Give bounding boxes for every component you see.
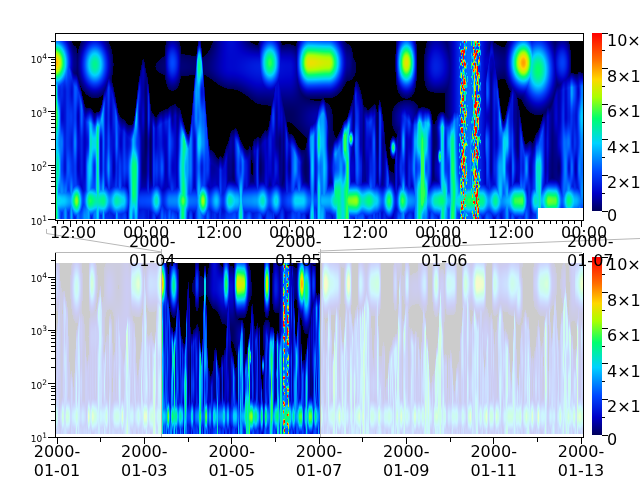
y-minor-tick xyxy=(51,139,55,140)
colorbar-minor-tick xyxy=(602,417,605,418)
y-major-tick xyxy=(48,277,55,278)
x-minor-tick xyxy=(136,221,137,224)
y-minor-tick xyxy=(51,395,55,396)
x-minor-tick xyxy=(94,221,95,224)
x-minor-tick xyxy=(562,221,563,224)
colorbar-minor-tick xyxy=(602,310,605,311)
y-minor-tick xyxy=(51,332,55,333)
x-minor-tick xyxy=(550,221,551,224)
x-minor-tick xyxy=(532,221,533,224)
y-minor-tick xyxy=(51,149,55,150)
x-minor-tick xyxy=(537,438,538,442)
x-minor-tick xyxy=(234,221,235,224)
x-minor-tick xyxy=(167,221,168,224)
y-tick-label: 102 xyxy=(20,160,47,173)
y-minor-tick xyxy=(51,116,55,117)
y-minor-tick xyxy=(51,342,55,343)
x-minor-tick xyxy=(325,221,326,224)
x-minor-tick xyxy=(106,221,107,224)
x-minor-tick xyxy=(57,221,58,224)
x-tick-label: 2000-01-07 xyxy=(289,442,349,480)
y-major-tick xyxy=(48,383,55,384)
x-minor-tick xyxy=(112,221,113,224)
x-tick-date-label: 2000-01-06 xyxy=(421,232,491,270)
top-spectrogram-plot[interactable] xyxy=(56,34,583,220)
y-minor-tick xyxy=(51,351,55,352)
x-minor-tick xyxy=(447,221,448,224)
zoom-region-highlight[interactable] xyxy=(161,253,320,437)
x-tick-label: 2000-01-05 xyxy=(202,442,262,480)
y-minor-tick xyxy=(51,193,55,194)
x-minor-tick xyxy=(331,221,332,224)
x-tick-label: 12:00 xyxy=(342,223,382,242)
y-major-tick xyxy=(48,57,55,58)
colorbar-tick-label: 6×107 xyxy=(607,323,640,345)
y-minor-tick xyxy=(51,285,55,286)
y-minor-tick xyxy=(51,173,55,174)
spectrogram-figure: 10410310210110410310210112:0000:002000-0… xyxy=(0,0,640,480)
y-minor-tick xyxy=(51,314,55,315)
x-minor-tick xyxy=(374,221,375,224)
y-minor-tick xyxy=(51,367,55,368)
y-minor-tick xyxy=(51,391,55,392)
x-minor-tick xyxy=(538,221,539,224)
y-tick-label: 103 xyxy=(20,324,47,337)
x-minor-tick xyxy=(185,221,186,224)
x-minor-tick xyxy=(155,221,156,224)
y-minor-tick xyxy=(51,346,55,347)
y-minor-tick xyxy=(51,279,55,280)
y-minor-tick xyxy=(51,260,55,261)
x-minor-tick xyxy=(222,221,223,224)
x-minor-tick xyxy=(416,221,417,224)
x-minor-tick xyxy=(188,438,189,442)
x-tick-label: 2000-01-03 xyxy=(114,442,174,480)
x-tick-label: 2000-01-13 xyxy=(551,442,611,480)
y-minor-tick xyxy=(51,298,55,299)
x-minor-tick xyxy=(161,221,162,224)
x-minor-tick xyxy=(489,221,490,224)
colorbar-minor-tick xyxy=(602,193,605,194)
x-minor-tick xyxy=(173,221,174,224)
y-major-tick xyxy=(48,330,55,331)
x-tick-date-label: 2000-01-04 xyxy=(129,232,199,270)
x-minor-tick xyxy=(574,221,575,224)
y-tick-label: 102 xyxy=(20,378,47,391)
x-minor-tick xyxy=(349,221,350,224)
y-minor-tick xyxy=(51,170,55,171)
y-minor-tick xyxy=(51,386,55,387)
colorbar-minor-tick xyxy=(602,157,605,158)
y-minor-tick xyxy=(51,41,55,42)
y-minor-tick xyxy=(51,358,55,359)
x-minor-tick xyxy=(118,221,119,224)
colorbar-minor-tick xyxy=(602,274,605,275)
x-minor-tick xyxy=(514,221,515,224)
y-minor-tick xyxy=(51,78,55,79)
y-major-tick xyxy=(48,219,55,220)
colorbar-tick-label: 10×107 xyxy=(607,252,640,274)
x-minor-tick xyxy=(191,221,192,224)
x-minor-tick xyxy=(313,221,314,224)
x-minor-tick xyxy=(240,221,241,224)
x-minor-tick xyxy=(459,221,460,224)
colorbar-minor-tick xyxy=(602,381,605,382)
colorbar-minor-tick xyxy=(602,50,605,51)
x-minor-tick xyxy=(307,221,308,224)
x-tick-label: 12:00 xyxy=(50,223,90,242)
x-minor-tick xyxy=(179,221,180,224)
x-tick-label: 12:00 xyxy=(488,223,528,242)
x-minor-tick xyxy=(149,221,150,224)
x-minor-tick xyxy=(471,221,472,224)
colorbar-tick-label: 8×107 xyxy=(607,64,640,86)
x-minor-tick xyxy=(130,221,131,224)
x-minor-tick xyxy=(203,221,204,224)
x-minor-tick xyxy=(380,221,381,224)
y-minor-tick xyxy=(51,59,55,60)
x-minor-tick xyxy=(362,438,363,442)
x-minor-tick xyxy=(544,221,545,224)
x-minor-tick xyxy=(477,221,478,224)
colorbar-tick-label: 2×107 xyxy=(607,170,640,192)
y-minor-tick xyxy=(51,181,55,182)
x-minor-tick xyxy=(319,221,320,224)
x-minor-tick xyxy=(556,221,557,224)
bottom-colorbar xyxy=(592,257,602,435)
